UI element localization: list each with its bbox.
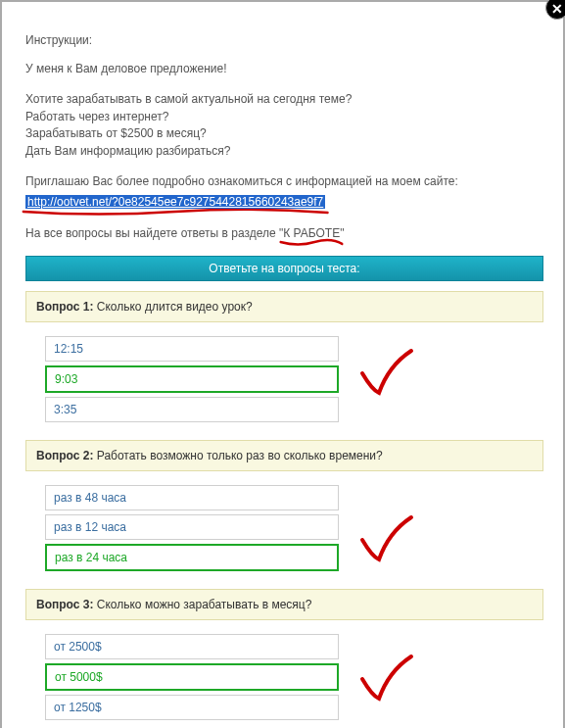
spam-url-wrap: http://ootvet.net/?0e82545ee7c9275442815… xyxy=(25,194,325,211)
spam-url-link[interactable]: http://ootvet.net/?0e82545ee7c9275442815… xyxy=(25,195,325,209)
instructions-heading: Инструкции: xyxy=(25,33,543,47)
answers-line-prefix: На все вопросы вы найдете ответы в разде… xyxy=(25,226,283,240)
answers-line-suffix: " xyxy=(340,226,344,240)
question-block: Вопрос 2: Работать возможно только раз в… xyxy=(25,440,543,571)
question-block: Вопрос 1: Сколько длится видео урок? 12:… xyxy=(25,291,543,422)
red-underline-icon xyxy=(22,208,329,218)
answer-option[interactable]: от 1250$ xyxy=(45,695,339,720)
answer-option[interactable]: раз в 48 часа xyxy=(45,485,339,510)
question-text: Сколько длится видео урок? xyxy=(93,300,252,314)
question-number: Вопрос 3: xyxy=(36,598,93,611)
answers-group: от 2500$ от 5000$ от 1250$ xyxy=(45,634,543,720)
pitch-line: Зарабатывать от $2500 в месяц? xyxy=(25,125,543,142)
pitch-line: Работать через интернет? xyxy=(25,109,543,125)
pitch-line: Хотите зарабатывать в самой актуальной н… xyxy=(25,91,543,108)
answer-option[interactable]: раз в 24 часа xyxy=(45,544,339,571)
checkmark-icon xyxy=(357,652,416,705)
question-label: Вопрос 1: Сколько длится видео урок? xyxy=(25,291,543,322)
pitch-line: Дать Вам информацию разбираться? xyxy=(25,143,543,160)
pitch-block: Хотите зарабатывать в самой актуальной н… xyxy=(25,91,543,160)
question-number: Вопрос 1: xyxy=(36,300,93,314)
answers-group: раз в 48 часа раз в 12 часа раз в 24 час… xyxy=(45,485,543,571)
checkmark-icon xyxy=(357,512,416,566)
popup-page: ✕ Инструкции: У меня к Вам деловое предл… xyxy=(0,0,565,728)
question-text: Работать возможно только раз во сколько … xyxy=(93,449,382,462)
answers-location-line: На все вопросы вы найдете ответы в разде… xyxy=(25,225,543,242)
invite-line: Приглашаю Вас более подробно ознакомитьс… xyxy=(25,173,543,190)
answer-option[interactable]: 12:15 xyxy=(45,336,339,362)
question-number: Вопрос 2: xyxy=(36,449,93,462)
answers-group: 12:15 9:03 3:35 xyxy=(45,336,543,422)
answer-option[interactable]: раз в 12 часа xyxy=(45,514,339,540)
question-text: Сколько можно зарабатывать в месяц? xyxy=(93,598,311,611)
question-block: Вопрос 3: Сколько можно зарабатывать в м… xyxy=(25,589,543,720)
answer-option[interactable]: от 5000$ xyxy=(45,663,339,691)
question-label: Вопрос 2: Работать возможно только раз в… xyxy=(25,440,543,471)
test-header-bar: Ответьте на вопросы теста: xyxy=(25,256,543,281)
offer-line: У меня к Вам деловое предложение! xyxy=(25,61,543,77)
question-label: Вопрос 3: Сколько можно зарабатывать в м… xyxy=(25,589,543,620)
checkmark-icon xyxy=(357,346,416,400)
answer-option[interactable]: 3:35 xyxy=(45,397,339,422)
answers-section-name: К РАБОТЕ xyxy=(283,225,340,242)
close-icon[interactable]: ✕ xyxy=(545,0,565,20)
answer-option[interactable]: 9:03 xyxy=(45,365,339,393)
answer-option[interactable]: от 2500$ xyxy=(45,634,339,659)
